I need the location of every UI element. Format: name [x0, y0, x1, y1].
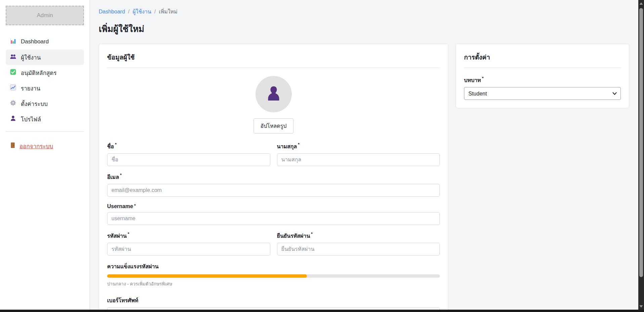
role-select-wrap: Student: [464, 87, 621, 100]
required-mark: *: [120, 173, 122, 178]
admin-logo-text: Admin: [37, 12, 53, 19]
role-select[interactable]: Student: [464, 87, 621, 100]
phone-group: เบอร์โทรศัพท์: [107, 296, 440, 310]
gear-icon: [10, 100, 16, 108]
sidebar-item-label: รายงาน: [21, 84, 40, 93]
sidebar-item-reports[interactable]: รายงาน: [6, 80, 84, 96]
confirm-password-label: ยืนยันรหัสผ่าน*: [277, 232, 440, 240]
breadcrumb-dashboard-link[interactable]: Dashboard: [99, 9, 125, 15]
bar-chart-icon: [10, 38, 16, 46]
role-label-text: บทบาท: [464, 77, 481, 83]
sidebar-item-label: อนุมัติหลักสูตร: [21, 68, 57, 77]
email-label: อีเมล*: [107, 173, 440, 181]
password-strength-fill: [107, 274, 307, 278]
page-title: เพิ่มผู้ใช้ใหม่: [99, 22, 635, 36]
door-icon: [10, 142, 16, 150]
breadcrumb: Dashboard / ผู้ใช้งาน / เพิ่มใหม่: [99, 7, 635, 16]
avatar-section: อัปโหลดรูป: [107, 76, 440, 133]
password-label-text: รหัสผ่าน: [107, 233, 127, 239]
person-silhouette-icon: [264, 84, 283, 104]
phone-label: เบอร์โทรศัพท์: [107, 296, 440, 305]
required-mark: *: [115, 142, 117, 147]
users-icon: [10, 53, 16, 62]
password-strength-helper: ปานกลาง - ควรเพิ่มตัวอักษรพิเศษ: [107, 280, 440, 287]
required-mark: *: [298, 142, 300, 147]
vertical-scrollbar[interactable]: [638, 0, 644, 310]
settings-card: การตั้งค่า บทบาท* Student: [456, 44, 629, 108]
sidebar-item-profile[interactable]: โปรไฟล์: [6, 111, 84, 127]
user-info-card: ข้อมูลผู้ใช้ อัปโหลดรูป ชื่อ*: [99, 44, 448, 310]
sidebar-item-label: Dashboard: [21, 38, 49, 45]
required-mark: *: [482, 76, 484, 81]
breadcrumb-current: เพิ่มใหม่: [159, 7, 177, 16]
person-icon: [10, 115, 16, 123]
last-name-label-text: นามสกุล: [277, 144, 297, 149]
sidebar-item-dashboard[interactable]: Dashboard: [6, 34, 84, 49]
password-input[interactable]: [107, 243, 270, 256]
scroll-down-arrow[interactable]: [638, 304, 644, 309]
username-input[interactable]: [107, 212, 440, 225]
sidebar-nav: Dashboard ผู้ใช้งาน: [6, 34, 84, 127]
email-label-text: อีเมล: [107, 174, 119, 180]
sidebar-item-label: ผู้ใช้งาน: [21, 53, 41, 62]
first-name-label: ชื่อ*: [107, 142, 270, 151]
scrollbar-thumb[interactable]: [639, 8, 643, 277]
confirm-password-group: ยืนยันรหัสผ่าน*: [277, 232, 440, 256]
first-name-label-text: ชื่อ: [107, 144, 114, 149]
main-content: Dashboard / ผู้ใช้งาน / เพิ่มใหม่ เพิ่มผ…: [90, 0, 644, 310]
first-name-input[interactable]: [107, 153, 270, 166]
logout-link[interactable]: ออกจากระบบ: [6, 139, 84, 153]
sidebar-item-users[interactable]: ผู้ใช้งาน: [6, 49, 84, 65]
cards-row: ข้อมูลผู้ใช้ อัปโหลดรูป ชื่อ*: [99, 44, 635, 310]
password-strength-section: ความแข็งแรงรหัสผ่าน ปานกลาง - ควรเพิ่มตั…: [107, 262, 440, 287]
sidebar-item-course-approval[interactable]: อนุมัติหลักสูตร: [6, 65, 84, 80]
first-name-group: ชื่อ*: [107, 142, 270, 166]
user-info-card-title: ข้อมูลผู้ใช้: [107, 52, 440, 68]
last-name-group: นามสกุล*: [277, 142, 440, 166]
sidebar-item-label: โปรไฟล์: [21, 115, 41, 124]
confirm-password-input[interactable]: [277, 243, 440, 256]
settings-card-title: การตั้งค่า: [464, 52, 621, 68]
email-input[interactable]: [107, 184, 440, 197]
last-name-input[interactable]: [277, 153, 440, 166]
sidebar: Admin Dashboard: [0, 0, 90, 310]
role-label: บทบาท*: [464, 76, 621, 84]
username-label: Username*: [107, 203, 440, 209]
admin-logo-placeholder: Admin: [6, 6, 84, 25]
password-strength-label: ความแข็งแรงรหัสผ่าน: [107, 262, 440, 271]
window-bottom-strip: [0, 310, 644, 312]
sidebar-item-label: ตั้งค่าระบบ: [21, 99, 48, 108]
app-window: Admin Dashboard: [0, 0, 644, 310]
breadcrumb-separator: /: [128, 9, 129, 15]
phone-input[interactable]: [107, 307, 440, 310]
logout-label: ออกจากระบบ: [19, 142, 53, 151]
password-label: รหัสผ่าน*: [107, 232, 270, 240]
phone-label-text: เบอร์โทรศัพท์: [107, 298, 138, 303]
breadcrumb-users-link[interactable]: ผู้ใช้งาน: [133, 7, 151, 16]
breadcrumb-separator: /: [154, 9, 156, 15]
confirm-password-label-text: ยืนยันรหัสผ่าน: [277, 233, 310, 239]
email-group: อีเมล*: [107, 173, 440, 197]
sidebar-divider: [6, 131, 84, 132]
username-group: Username*: [107, 203, 440, 225]
check-icon: [10, 69, 16, 77]
password-group: รหัสผ่าน*: [107, 232, 270, 256]
required-mark: *: [128, 232, 129, 236]
line-chart-icon: [10, 84, 16, 92]
upload-photo-button[interactable]: อัปโหลดรูป: [254, 118, 294, 133]
required-mark: *: [134, 203, 136, 208]
password-row: รหัสผ่าน* ยืนยันรหัสผ่าน*: [107, 232, 440, 256]
username-label-text: Username: [107, 203, 133, 209]
sidebar-item-system-settings[interactable]: ตั้งค่าระบบ: [6, 96, 84, 111]
name-row: ชื่อ* นามสกุล*: [107, 142, 440, 166]
required-mark: *: [311, 232, 313, 236]
avatar: [256, 76, 292, 112]
password-strength-track: [107, 274, 440, 278]
scroll-up-arrow[interactable]: [638, 1, 644, 6]
last-name-label: นามสกุล*: [277, 142, 440, 151]
